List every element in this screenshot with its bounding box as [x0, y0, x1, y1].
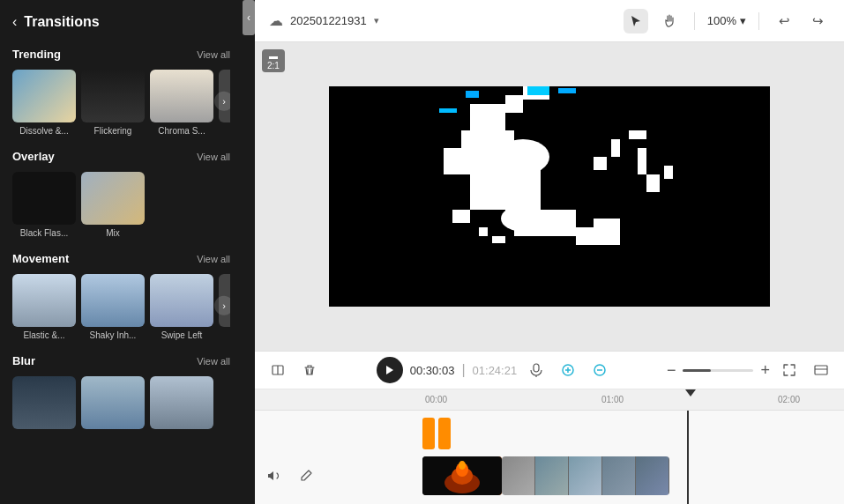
- track-icon-1[interactable]: [556, 358, 580, 382]
- view-btn[interactable]: [809, 358, 833, 382]
- track-side-controls: [255, 456, 422, 495]
- zoom-value: 100%: [707, 14, 736, 27]
- trending-view-all[interactable]: View all: [197, 49, 230, 60]
- split-btn[interactable]: [265, 358, 290, 382]
- sidebar-title: Transitions: [24, 14, 99, 30]
- thumb-elastic-img: [12, 274, 76, 327]
- thumb-mix[interactable]: Mix: [81, 172, 145, 238]
- file-name: 202501221931: [290, 14, 367, 27]
- delete-btn[interactable]: [297, 358, 322, 382]
- clip-frame-2: [535, 456, 569, 495]
- ruler-mark-0: 00:00: [425, 395, 447, 404]
- thumb-shaky[interactable]: Shaky Inh...: [81, 274, 145, 340]
- redo-btn[interactable]: ↪: [805, 9, 830, 33]
- ruler-mark-1: 01:00: [601, 395, 624, 404]
- svg-rect-12: [466, 91, 479, 98]
- thumb-blur3[interactable]: [150, 376, 213, 429]
- overlay-view-all[interactable]: View all: [197, 152, 230, 162]
- tracks-container: [255, 411, 844, 504]
- zoom-arrow: ▾: [740, 14, 746, 27]
- edit-icon[interactable]: [294, 463, 318, 488]
- blur-thumbs: [12, 376, 230, 429]
- overlay-thumbs: Black Flas... Mix: [12, 172, 230, 238]
- clip-multi[interactable]: [502, 456, 669, 495]
- thumb-flickering[interactable]: Flickering: [81, 70, 145, 136]
- svg-rect-25: [479, 227, 488, 236]
- overlay-header: Overlay View all: [12, 150, 230, 163]
- blur-view-all[interactable]: View all: [197, 356, 230, 367]
- trending-header: Trending View all: [12, 48, 230, 61]
- thumb-blackflash-label: Black Flas...: [12, 228, 76, 238]
- app-container: ‹ Transitions Trending View all Dissolve…: [0, 0, 844, 504]
- undo-btn[interactable]: ↩: [772, 9, 796, 33]
- thumb-swipe[interactable]: Swipe Left: [150, 274, 213, 340]
- svg-rect-2: [470, 104, 505, 130]
- thumb-blur2[interactable]: [81, 376, 145, 429]
- timeline-controls: 00:30:03 | 01:24:21 −: [255, 351, 844, 389]
- movement-arrow[interactable]: ›: [214, 295, 230, 315]
- hand-tool-btn[interactable]: [657, 9, 682, 33]
- trending-title: Trending: [12, 48, 61, 61]
- trending-arrow[interactable]: ›: [214, 91, 230, 110]
- thumb-blur1-img: [12, 376, 76, 429]
- clip-frame-3: [569, 456, 602, 495]
- svg-rect-27: [452, 210, 470, 223]
- play-btn[interactable]: [377, 357, 403, 383]
- overlay-title: Overlay: [12, 150, 55, 163]
- toolbar-divider-2: [758, 12, 759, 30]
- sidebar: ‹ Transitions Trending View all Dissolve…: [0, 0, 243, 504]
- playhead-line: [687, 411, 689, 504]
- zoom-plus-btn[interactable]: +: [760, 361, 770, 380]
- filename-dropdown-arrow[interactable]: ▾: [374, 15, 379, 26]
- movement-header: Movement View all: [12, 252, 230, 265]
- ratio-value: 2:1: [267, 61, 280, 70]
- clip-frame-1: [502, 456, 535, 495]
- playhead-indicator: [685, 389, 696, 397]
- section-trending: Trending View all Dissolve &... Flickeri…: [0, 41, 243, 143]
- section-overlay: Overlay View all Black Flas... Mix: [0, 143, 243, 245]
- total-time: 01:24:21: [473, 364, 518, 377]
- svg-rect-37: [815, 366, 827, 374]
- svg-rect-30: [534, 364, 539, 372]
- svg-rect-14: [558, 88, 576, 93]
- svg-rect-1: [435, 86, 664, 307]
- thumb-blackflash[interactable]: Black Flas...: [12, 172, 76, 238]
- thumb-dissolve[interactable]: Dissolve &...: [12, 70, 76, 136]
- svg-rect-20: [646, 174, 660, 192]
- tc-center: 00:30:03 | 01:24:21: [331, 357, 658, 383]
- track-markers: [422, 418, 451, 449]
- svg-rect-21: [664, 166, 673, 179]
- tc-left: [265, 358, 322, 382]
- orange-marker-1: [422, 418, 435, 449]
- thumb-chroma[interactable]: Chroma S...: [150, 70, 213, 136]
- tc-right: − +: [667, 358, 833, 382]
- thumb-blur2-img: [81, 376, 145, 429]
- back-icon[interactable]: ‹: [12, 14, 17, 30]
- top-toolbar: ☁ 202501221931 ▾ 100% ▾: [255, 0, 844, 42]
- blur-title: Blur: [12, 354, 35, 367]
- timeline-ruler: 00:00 01:00 02:00: [255, 389, 844, 411]
- fullscreen-btn[interactable]: [777, 358, 802, 382]
- thumb-blur1[interactable]: [12, 376, 76, 429]
- thumb-mix-img: [81, 172, 145, 225]
- current-time: 00:30:03: [410, 364, 455, 377]
- thumb-blackflash-img: [12, 172, 76, 225]
- svg-rect-9: [541, 210, 576, 236]
- zoom-slider[interactable]: [683, 369, 753, 372]
- thumb-flickering-img: [81, 70, 145, 122]
- zoom-display[interactable]: 100% ▾: [707, 14, 746, 27]
- movement-view-all[interactable]: View all: [197, 254, 230, 264]
- svg-rect-11: [594, 219, 620, 245]
- track-icon-2[interactable]: [587, 358, 612, 382]
- thumb-flickering-label: Flickering: [81, 126, 145, 136]
- svg-rect-19: [638, 148, 646, 174]
- cursor-tool-btn[interactable]: [624, 9, 648, 33]
- mic-btn[interactable]: [524, 358, 549, 382]
- speaker-icon[interactable]: [262, 463, 287, 488]
- thumb-elastic[interactable]: Elastic &...: [12, 274, 76, 340]
- toolbar-right: 100% ▾ ↩ ↪: [624, 9, 830, 33]
- clip-fire[interactable]: [422, 456, 502, 495]
- video-track: [422, 456, 669, 495]
- zoom-minus-btn[interactable]: −: [667, 361, 676, 380]
- sidebar-collapse-btn[interactable]: ‹: [243, 0, 255, 35]
